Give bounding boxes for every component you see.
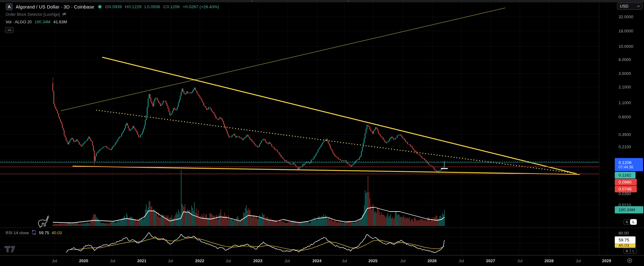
rsi-auto-scale-button[interactable]: A (624, 248, 630, 254)
time-label: 2026 (428, 258, 437, 263)
close-value: 0.1206 (167, 4, 180, 9)
low-label: L (144, 4, 147, 9)
time-label: 2025 (369, 258, 378, 263)
time-label: Jul (576, 258, 581, 263)
volume-current-value: 190.34M (35, 20, 51, 24)
chart-legend: A Algorand / US Dollar · 3D · Coinbase O… (6, 3, 219, 25)
time-label: 2029 (602, 258, 611, 263)
teal-level-axis-label: 0.1162 (615, 172, 636, 178)
volume-ma-value: 41.63M (53, 20, 67, 24)
rsi-log-scale-button[interactable]: L (630, 248, 637, 254)
close-label: C (163, 4, 166, 9)
time-label: 2021 (137, 258, 147, 263)
refresh-icon[interactable] (31, 230, 36, 236)
high-label: H (125, 4, 128, 9)
price-tick: 2.1000 (619, 85, 631, 89)
collapse-pane-button[interactable] (5, 27, 14, 33)
indicator-name[interactable]: Order Block Detector [LuxAlgo] (6, 12, 60, 17)
price-tick: 0.2100 (619, 144, 631, 149)
volume-axis-label: 190.34M (615, 206, 643, 213)
currency-unit-button[interactable]: USD (617, 3, 643, 10)
rsi-axis-label: 59.75 (615, 236, 636, 243)
time-label: Jul (400, 258, 406, 263)
auto-scale-button[interactable]: A (624, 219, 630, 225)
price-level-dash-marker[interactable] (441, 168, 448, 169)
high-value: 0.1229 (128, 4, 141, 9)
time-label: Jul (110, 258, 115, 263)
time-label: Jul (517, 258, 523, 263)
price-tick: 3.5000 (619, 71, 631, 76)
chevron-down-icon (637, 5, 640, 7)
bar-countdown: 07:44:36 (619, 165, 643, 169)
top-toolbar-strip (0, 0, 644, 3)
chart-canvas[interactable] (0, 0, 644, 266)
toolbar-separator (348, 0, 349, 2)
price-tick: 18.0000 (619, 29, 633, 33)
time-label: 2023 (253, 258, 263, 263)
market-status-dot[interactable] (98, 5, 101, 8)
toolbar-separator (252, 0, 252, 2)
axis-settings-icon[interactable] (627, 258, 632, 264)
time-label: Jul (342, 258, 347, 263)
tradingview-chart-window: A Algorand / US Dollar · 3D · Coinbase O… (0, 0, 644, 266)
time-label: Jul (52, 258, 57, 263)
time-label: 2022 (195, 258, 204, 263)
change-value: +0.0267 (+28.43%) (183, 4, 219, 9)
last-price-axis-label: 0.120607:44:36 (615, 158, 643, 171)
rsi-ma-value: 40.03 (52, 230, 62, 235)
time-label: 2027 (486, 258, 495, 263)
price-axis-border (599, 3, 599, 255)
eye-slash-icon[interactable] (62, 12, 67, 17)
price-tick: 10.0000 (619, 44, 633, 49)
time-label: 2028 (545, 258, 554, 263)
rsi-legend: RSI 14 close 59.75 40.03 (6, 230, 62, 236)
symbol-title[interactable]: Algorand / US Dollar · 3D · Coinbase (16, 4, 94, 9)
rsi-ma-axis-label: 40.03 (615, 243, 636, 248)
low-value: 0.0936 (147, 4, 160, 9)
open-value: 0.0939 (109, 4, 122, 9)
symbol-logo: A (6, 3, 13, 10)
tradingview-logo (4, 246, 16, 254)
price-tick: 1.1000 (619, 100, 631, 105)
red-level-axis-label: 0.0980 (615, 179, 637, 185)
rsi-value: 59.75 (39, 230, 49, 235)
price-tick: 32.0000 (619, 14, 633, 19)
volume-indicator-name[interactable]: Vol · ALGO 20 (6, 20, 32, 24)
dino-sticker-drawing[interactable] (38, 216, 49, 229)
log-scale-button[interactable]: L (630, 219, 637, 225)
red-level-axis-label: 0.0746 (615, 186, 637, 192)
price-tick: 0.6000 (619, 115, 631, 119)
time-label: Jul (226, 258, 231, 263)
time-axis[interactable]: Jul2020Jul2021Jul2022Jul2023Jul2024Jul20… (0, 255, 644, 266)
time-label: Jul (459, 258, 464, 263)
rsi-indicator-name[interactable]: RSI 14 close (6, 230, 29, 235)
time-label: 2024 (313, 258, 322, 263)
time-label: 2020 (79, 258, 88, 263)
rsi-tick: 80.00 (619, 231, 629, 235)
open-label: O (105, 4, 109, 9)
time-label: Jul (285, 258, 290, 263)
currency-unit-label: USD (620, 4, 628, 8)
time-label: Jul (168, 258, 173, 263)
price-tick: 0.3500 (619, 132, 631, 137)
price-tick: 6.0000 (619, 57, 631, 62)
ohlc-values: O0.0939 H0.1229 L0.0936 C0.1206 +0.0267 … (105, 4, 219, 9)
